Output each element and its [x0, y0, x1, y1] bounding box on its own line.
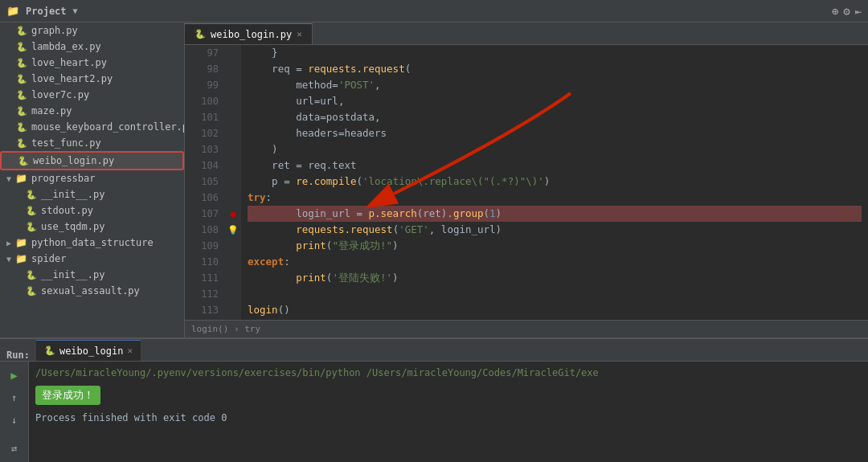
run-tab-weibo[interactable]: 🐍 weibo_login ✕	[36, 340, 141, 361]
run-label: Run:	[0, 350, 36, 361]
code-line: url=url,	[248, 93, 862, 109]
code-line: method='POST',	[248, 77, 862, 93]
code-content[interactable]: } req = requests.request( method='POST',…	[241, 45, 868, 320]
run-output: /Users/miracleYoung/.pyenv/versions/exer…	[29, 362, 868, 462]
gutter-empty	[225, 93, 241, 109]
tab-weibo-login[interactable]: 🐍 weibo_login.py ✕	[185, 23, 313, 44]
run-up-button[interactable]: ↑	[6, 389, 23, 407]
gutter: ●💡	[225, 45, 241, 320]
sidebar-item[interactable]: ▶ 📁 python_data_structure	[0, 235, 184, 251]
sidebar-item[interactable]: 🐍 __init__.py	[0, 186, 184, 202]
code-line: )	[248, 141, 862, 157]
file-name: love_heart.py	[31, 57, 107, 68]
tab-bar: 🐍 weibo_login.py ✕	[185, 22, 868, 45]
code-line: login_url = p.search(ret).group(1)	[248, 206, 862, 222]
sidebar-item[interactable]: 🐍 graph.py	[0, 22, 184, 39]
gutter-empty	[225, 190, 241, 206]
line-number: 103	[191, 141, 219, 157]
folder-arrow-icon: ▼	[6, 174, 11, 183]
project-title: Project	[26, 6, 67, 17]
file-name: __init__.py	[41, 269, 104, 280]
file-py-icon: 🐍	[26, 270, 37, 280]
code-line	[248, 286, 862, 302]
folder-name: spider	[31, 253, 66, 264]
file-py-icon: 🐍	[16, 74, 27, 84]
sidebar-item[interactable]: 🐍 love_heart.py	[0, 55, 184, 71]
output-success-text: 登录成功！	[35, 386, 100, 405]
file-py-icon: 🐍	[16, 90, 27, 100]
sidebar-item[interactable]: 🐍 sexual_assault.py	[0, 283, 184, 299]
code-line: requests.request('GET', login_url)	[248, 222, 862, 238]
sidebar-item[interactable]: 🐍 weibo_login.py	[0, 151, 184, 170]
run-tab-bar: Run: 🐍 weibo_login ✕	[0, 339, 868, 362]
sidebar-item[interactable]: 🐍 __init__.py	[0, 267, 184, 283]
gutter-empty	[225, 302, 241, 318]
line-number: 109	[191, 238, 219, 254]
run-sync-button[interactable]: ⇄	[6, 440, 23, 457]
code-line: headers=headers	[248, 125, 862, 141]
run-tab-close[interactable]: ✕	[127, 345, 133, 356]
run-play-button[interactable]: ▶	[6, 366, 23, 384]
code-line: login()	[248, 302, 862, 318]
sidebar-item[interactable]: 🐍 lambda_ex.py	[0, 39, 184, 55]
run-down-button[interactable]: ↓	[6, 411, 23, 429]
run-panel: Run: 🐍 weibo_login ✕ ▶ ↑ ↓ ⇄ /Users/mira…	[0, 337, 868, 462]
run-tab-icon: 🐍	[44, 345, 55, 356]
sidebar-item[interactable]: 🐍 lover7c.py	[0, 87, 184, 103]
code-line: print("登录成功!")	[248, 238, 862, 254]
file-name: use_tqdm.py	[41, 221, 104, 232]
file-py-icon: 🐍	[16, 106, 27, 117]
breadcrumb: login() › try	[191, 324, 260, 334]
sidebar-item[interactable]: 🐍 maze.py	[0, 103, 184, 119]
file-name: lover7c.py	[31, 89, 89, 100]
line-numbers: 9798991001011021031041051061071081091101…	[185, 45, 225, 320]
run-sidebar: ▶ ↑ ↓ ⇄	[0, 362, 29, 462]
collapse-icon[interactable]: ⇤	[855, 5, 862, 18]
gutter-empty	[225, 157, 241, 174]
code-line: req = requests.request(	[248, 61, 862, 77]
line-number: 108	[191, 222, 219, 238]
file-py-icon: 🐍	[26, 222, 37, 232]
gutter-empty	[225, 174, 241, 190]
line-number: 110	[191, 254, 219, 270]
folder-icon: 📁	[15, 253, 27, 264]
file-name: test_func.py	[31, 137, 101, 149]
line-number: 97	[191, 45, 219, 61]
gutter-empty	[225, 270, 241, 286]
code-line: }	[248, 45, 862, 61]
file-py-icon: 🐍	[16, 58, 27, 68]
bulb-icon: 💡	[225, 222, 241, 238]
file-py-icon: 🐍	[26, 190, 37, 200]
sidebar-item[interactable]: ▼ 📁 spider	[0, 251, 184, 267]
code-line: ret = req.text	[248, 157, 862, 174]
sidebar-item[interactable]: ▼ 📁 progressbar	[0, 170, 184, 186]
sidebar-item[interactable]: 🐍 love_heart2.py	[0, 71, 184, 87]
main-area: 🐍 graph.py 🐍 lambda_ex.py 🐍 love_heart.p…	[0, 22, 868, 337]
file-py-icon: 🐍	[26, 286, 37, 296]
settings-icon[interactable]: ⚙	[843, 5, 850, 18]
line-number: 114	[191, 318, 219, 320]
dropdown-arrow[interactable]: ▼	[73, 6, 78, 15]
line-number: 105	[191, 174, 219, 190]
line-number: 107	[191, 206, 219, 222]
editor-area: 🐍 weibo_login.py ✕ 979899100101102103104…	[185, 22, 868, 337]
line-number: 111	[191, 270, 219, 286]
sync-icon[interactable]: ⊕	[832, 5, 838, 18]
file-name: graph.py	[31, 25, 78, 36]
run-tab-label: weibo_login	[59, 345, 123, 357]
file-py-icon: 🐍	[16, 122, 27, 133]
output-success-container: 登录成功！	[35, 384, 862, 407]
tab-close-icon[interactable]: ✕	[297, 29, 302, 39]
gutter-empty	[225, 318, 241, 320]
file-py-icon: 🐍	[26, 206, 37, 216]
folder-icon: 📁	[15, 237, 27, 248]
folder-icon: 📁	[15, 173, 27, 184]
file-list: 🐍 graph.py 🐍 lambda_ex.py 🐍 love_heart.p…	[0, 22, 184, 337]
file-name: sexual_assault.py	[41, 285, 140, 296]
code-line: print('登陆失败!')	[248, 270, 862, 286]
sidebar-item[interactable]: 🐍 test_func.py	[0, 135, 184, 151]
code-line: try:	[248, 190, 862, 206]
sidebar-item[interactable]: 🐍 mouse_keyboard_controller.py	[0, 119, 184, 135]
sidebar-item[interactable]: 🐍 use_tqdm.py	[0, 219, 184, 235]
sidebar-item[interactable]: 🐍 stdout.py	[0, 202, 184, 219]
